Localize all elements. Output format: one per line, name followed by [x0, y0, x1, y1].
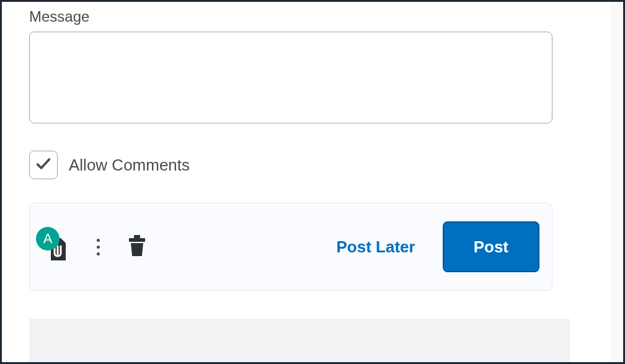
message-label: Message — [29, 8, 596, 25]
more-options-button[interactable] — [92, 234, 105, 260]
allow-comments-label: Allow Comments — [69, 156, 190, 175]
trash-icon — [127, 248, 147, 259]
allow-comments-checkbox[interactable] — [29, 151, 58, 179]
svg-rect-1 — [134, 235, 140, 238]
post-button[interactable]: Post — [443, 221, 539, 272]
post-later-button[interactable]: Post Later — [324, 231, 428, 263]
attachment-badge: A — [36, 227, 60, 251]
delete-button[interactable] — [127, 234, 147, 259]
action-bar: A Post Late — [29, 203, 552, 291]
kebab-dot-icon — [97, 252, 100, 255]
footer-bar — [29, 319, 570, 362]
check-icon — [35, 155, 52, 175]
scrollbar-track[interactable] — [611, 2, 623, 362]
attach-file-button[interactable]: A — [36, 228, 67, 265]
kebab-dot-icon — [97, 239, 100, 242]
svg-rect-0 — [129, 238, 145, 242]
message-textarea[interactable] — [29, 32, 552, 123]
allow-comments-row: Allow Comments — [29, 151, 596, 179]
kebab-dot-icon — [97, 246, 100, 249]
form-container: Message Allow Comments A — [2, 2, 623, 291]
